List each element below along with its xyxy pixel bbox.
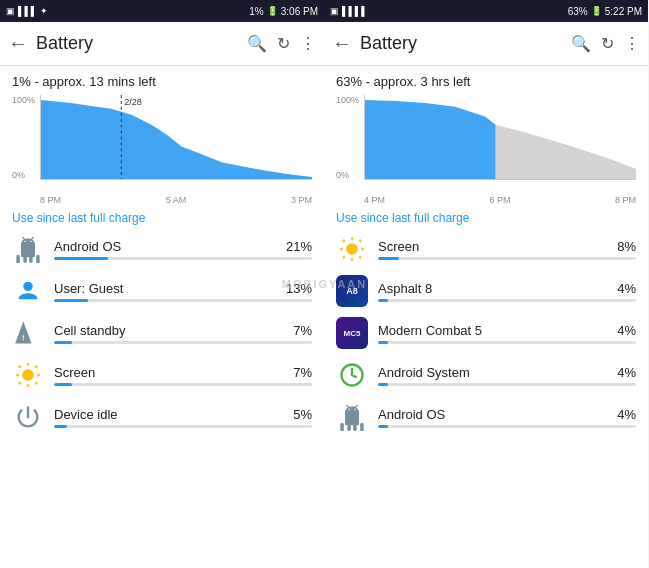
right-battery-status: 63% - approx. 3 hrs left	[336, 74, 636, 89]
asphalt8-bar-fill	[378, 299, 388, 302]
screen-details-right: Screen 8%	[378, 239, 636, 260]
y-top-right: 100%	[336, 95, 359, 105]
left-chart-svg: 2/28	[41, 95, 312, 179]
screen-bar-bg-right	[378, 257, 636, 260]
back-button-left[interactable]: ←	[8, 32, 28, 55]
screen-details-left: Screen 7%	[54, 365, 312, 386]
x-label-3-left: 3 PM	[291, 195, 312, 205]
right-content: 63% - approx. 3 hrs left 100% 0% 4 PM 6 …	[324, 66, 648, 568]
refresh-icon-left[interactable]: ↻	[277, 34, 290, 53]
asphalt8-bar-bg	[378, 299, 636, 302]
battery-icon-left: 🔋	[267, 6, 278, 16]
svg-marker-0	[41, 100, 312, 179]
time-right: 5:22 PM	[605, 6, 642, 17]
android-os-details-left: Android OS 21%	[54, 239, 312, 260]
right-status-right: 63% 🔋 5:22 PM	[568, 6, 642, 17]
left-use-since[interactable]: Use since last full charge	[12, 211, 312, 225]
battery-pct-right: 63%	[568, 6, 588, 17]
cell-standby-icon	[12, 317, 44, 349]
screen-icon-right	[336, 233, 368, 265]
y-top-left: 100%	[12, 95, 35, 105]
x-label-2-left: 5 AM	[166, 195, 187, 205]
more-icon-left[interactable]: ⋮	[300, 34, 316, 53]
left-status-bar: ▣ ▌▌▌ ✦ 1% 🔋 3:06 PM	[0, 0, 324, 22]
android-system-bar-bg	[378, 383, 636, 386]
android-system-pct: 4%	[617, 365, 636, 380]
more-icon-right[interactable]: ⋮	[624, 34, 640, 53]
back-button-right[interactable]: ←	[332, 32, 352, 55]
user-guest-details: User: Guest 13%	[54, 281, 312, 302]
refresh-icon-right[interactable]: ↻	[601, 34, 614, 53]
svg-point-4	[22, 369, 34, 381]
user-guest-bar-fill	[54, 299, 88, 302]
x-label-1-left: 8 PM	[40, 195, 61, 205]
device-idle-icon	[12, 401, 44, 433]
svg-point-3	[23, 282, 32, 291]
screen-name-left: Screen	[54, 365, 95, 380]
user-guest-name: User: Guest	[54, 281, 123, 296]
battery-item-mc5: MC5 Modern Combat 5 4%	[336, 317, 636, 349]
android-os-bar-fill-left	[54, 257, 108, 260]
x-label-3-right: 8 PM	[615, 195, 636, 205]
x-label-1-right: 4 PM	[364, 195, 385, 205]
battery-item-device-idle: Device idle 5%	[12, 401, 312, 433]
mc5-bar-bg	[378, 341, 636, 344]
wifi-icon: ▣	[6, 6, 15, 16]
right-top-bar: ← Battery 🔍 ↻ ⋮	[324, 22, 648, 66]
android-system-name: Android System	[378, 365, 470, 380]
left-panel: ▣ ▌▌▌ ✦ 1% 🔋 3:06 PM ← Battery 🔍 ↻ ⋮ 1% …	[0, 0, 324, 568]
left-top-bar: ← Battery 🔍 ↻ ⋮	[0, 22, 324, 66]
cell-standby-bar-bg	[54, 341, 312, 344]
screen-pct-left: 7%	[293, 365, 312, 380]
mc5-name: Modern Combat 5	[378, 323, 482, 338]
right-top-icons: 🔍 ↻ ⋮	[571, 34, 640, 53]
android-os-icon-left	[12, 233, 44, 265]
right-chart-area	[364, 95, 636, 180]
android-os-icon-right	[336, 401, 368, 433]
android-os-pct-right: 4%	[617, 407, 636, 422]
right-title: Battery	[360, 33, 571, 54]
battery-item-android-system: Android System 4%	[336, 359, 636, 391]
battery-item-asphalt8: A8 Asphalt 8 4%	[336, 275, 636, 307]
signal-icon-right: ▌▌▌▌	[342, 6, 368, 16]
user-guest-bar-bg	[54, 299, 312, 302]
svg-marker-6	[365, 100, 495, 179]
search-icon-right[interactable]: 🔍	[571, 34, 591, 53]
user-guest-icon	[12, 275, 44, 307]
android-system-bar-fill	[378, 383, 388, 386]
right-chart: 100% 0% 4 PM 6 PM 8 PM	[336, 95, 636, 205]
battery-item-user-guest: User: Guest 13%	[12, 275, 312, 307]
cell-standby-name: Cell standby	[54, 323, 126, 338]
left-chart-area: 2/28	[40, 95, 312, 180]
screen-bar-fill-right	[378, 257, 399, 260]
x-label-2-right: 6 PM	[489, 195, 510, 205]
device-idle-details: Device idle 5%	[54, 407, 312, 428]
battery-pct-left: 1%	[249, 6, 263, 17]
android-os-name-left: Android OS	[54, 239, 121, 254]
left-title: Battery	[36, 33, 247, 54]
battery-item-cell-standby: Cell standby 7%	[12, 317, 312, 349]
screen-pct-right: 8%	[617, 239, 636, 254]
left-content: 1% - approx. 13 mins left 100% 0% 2/28 8…	[0, 66, 324, 568]
android-os-bar-bg-right	[378, 425, 636, 428]
screen-bar-fill-left	[54, 383, 72, 386]
mc5-pct: 4%	[617, 323, 636, 338]
android-system-details: Android System 4%	[378, 365, 636, 386]
asphalt8-name: Asphalt 8	[378, 281, 432, 296]
device-idle-name: Device idle	[54, 407, 118, 422]
right-chart-x: 4 PM 6 PM 8 PM	[364, 195, 636, 205]
right-use-since[interactable]: Use since last full charge	[336, 211, 636, 225]
android-os-pct-left: 21%	[286, 239, 312, 254]
asphalt8-icon: A8	[336, 275, 368, 307]
battery-item-screen-left: Screen 7%	[12, 359, 312, 391]
device-idle-bar-bg	[54, 425, 312, 428]
battery-item-android-os-left: Android OS 21%	[12, 233, 312, 265]
right-chart-y: 100% 0%	[336, 95, 359, 180]
svg-point-7	[346, 243, 358, 255]
search-icon-left[interactable]: 🔍	[247, 34, 267, 53]
right-panel: ▣ ▌▌▌▌ 63% 🔋 5:22 PM ← Battery 🔍 ↻ ⋮ 63%…	[324, 0, 648, 568]
left-status-right: 1% 🔋 3:06 PM	[249, 6, 318, 17]
screen-icon-left	[12, 359, 44, 391]
android-os-bar-fill-right	[378, 425, 388, 428]
right-chart-svg	[365, 95, 636, 179]
